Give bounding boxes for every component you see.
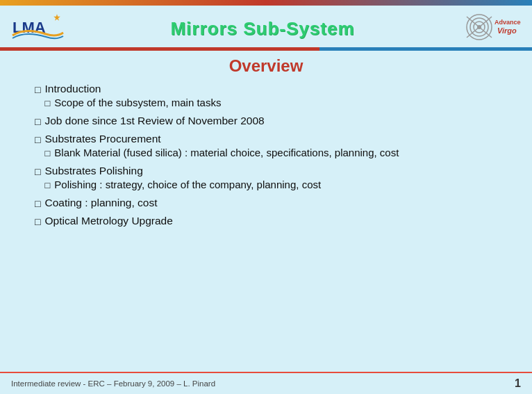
svg-text:Virgo: Virgo: [497, 26, 517, 35]
bullet-list: □ Introduction □ Scope of the subsystem,…: [35, 83, 497, 227]
bullet-icon: □: [35, 166, 40, 177]
page-number: 1: [515, 377, 521, 390]
list-item: □ Job done since 1st Review of November …: [35, 115, 497, 127]
bullet-icon: □: [44, 180, 50, 190]
list-item: □ Introduction □ Scope of the subsystem,…: [35, 83, 497, 109]
header-bar: [0, 47, 532, 51]
item-text: Substrates Procurement: [44, 133, 160, 145]
list-item: □ Optical Metrology Upgrade: [35, 215, 497, 227]
item-text: Introduction: [44, 83, 101, 95]
bullet-icon: □: [35, 198, 40, 209]
item-text: Optical Metrology Upgrade: [44, 215, 172, 227]
page-title: Mirrors Sub-System: [170, 18, 354, 40]
list-item: □ Blank Material (fused silica) : materi…: [44, 147, 497, 158]
footer-text: Intermediate review - ERC – February 9, …: [11, 379, 215, 388]
bullet-icon: □: [35, 216, 40, 227]
sub-item-text: Polishing : strategy, choice of the comp…: [54, 179, 321, 190]
list-item: □ Coating : planning, cost: [35, 197, 497, 209]
bullet-icon: □: [35, 84, 40, 95]
item-text: Job done since 1st Review of November 20…: [44, 115, 264, 126]
bullet-icon: □: [44, 98, 50, 108]
sub-list: □ Polishing : strategy, choice of the co…: [44, 179, 497, 190]
header: LMA Mirrors Sub-System Advanced Virgo: [0, 6, 532, 47]
list-item: □ Polishing : strategy, choice of the co…: [44, 179, 497, 190]
bullet-icon: □: [35, 116, 40, 127]
content-area: Overview □ Introduction □ Scope of the s…: [0, 54, 532, 236]
sub-list: □ Scope of the subsystem, main tasks: [44, 97, 497, 108]
virgo-logo: Advanced Virgo: [458, 13, 521, 44]
svg-text:Advanced: Advanced: [494, 19, 521, 26]
top-bar: [0, 0, 532, 6]
footer: Intermediate review - ERC – February 9, …: [0, 372, 532, 394]
sub-item-text: Scope of the subsystem, main tasks: [54, 97, 221, 108]
list-item: □ Substrates Procurement □ Blank Materia…: [35, 133, 497, 159]
svg-marker-1: [53, 14, 60, 21]
lma-logo: LMA: [11, 13, 67, 44]
sub-item-text: Blank Material (fused silica) : material…: [54, 147, 399, 158]
sub-list: □ Blank Material (fused silica) : materi…: [44, 147, 497, 158]
list-item: □ Scope of the subsystem, main tasks: [44, 97, 497, 108]
bullet-icon: □: [44, 148, 50, 158]
bullet-icon: □: [35, 134, 40, 145]
item-text: Substrates Polishing: [44, 165, 142, 177]
item-text: Coating : planning, cost: [44, 197, 157, 208]
overview-title: Overview: [35, 56, 497, 76]
list-item: □ Substrates Polishing □ Polishing : str…: [35, 165, 497, 191]
